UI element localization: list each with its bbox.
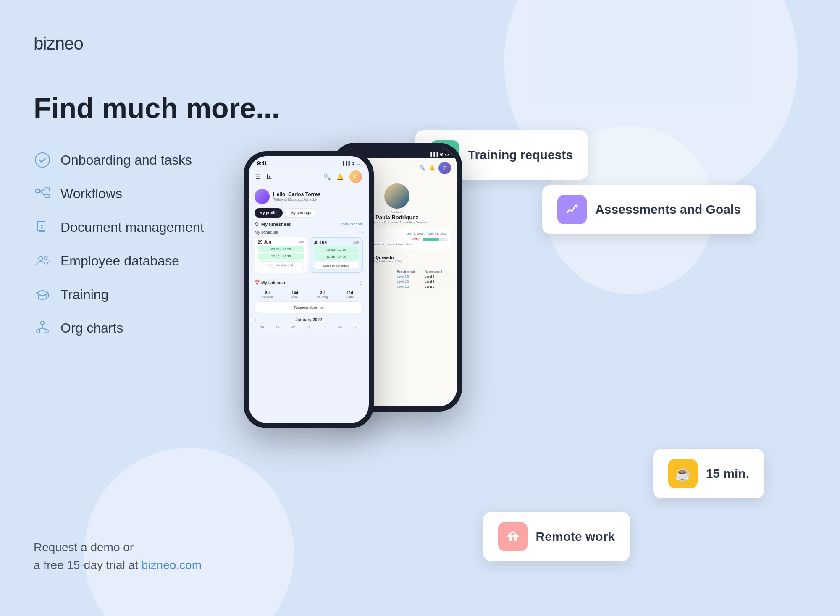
tree-icon — [34, 319, 51, 337]
hamburger-icon[interactable]: ☰ — [255, 173, 261, 180]
document-icon — [34, 218, 51, 236]
log-schedule-btn-2[interactable]: Log this schedule — [314, 262, 359, 270]
profile-buttons: My profile My settings — [255, 208, 363, 218]
timesheet-header: ⏱ My timesheet View records — [255, 222, 363, 227]
my-profile-button[interactable]: My profile — [255, 208, 283, 218]
svg-point-0 — [35, 153, 50, 167]
feature-list: Onboarding and tasks Workflows Document … — [34, 151, 204, 353]
divider — [255, 277, 363, 277]
greeting-avatar — [255, 189, 270, 204]
calendar-month: January 2022 — [295, 317, 322, 322]
signal-icon: ▐▐▐ — [429, 152, 438, 157]
svg-rect-1 — [36, 189, 40, 193]
back-nav-icons: 🔍 🔔 P — [419, 162, 451, 174]
bizneo-link[interactable]: bizneo.com — [142, 558, 202, 571]
greeting-date: Today is Monday, June 29 — [273, 197, 320, 202]
home-icon — [498, 522, 528, 551]
log-schedule-btn-1[interactable]: Log this schedule — [258, 261, 304, 269]
svg-point-14 — [41, 321, 44, 325]
nav-avatar: P — [438, 162, 451, 174]
calendar-options-icon[interactable]: ⋮ — [359, 280, 363, 285]
schedule-grid: 29 Jun Jun 08:00 - 12:30 12:45 - 14:30 L… — [255, 237, 363, 273]
list-item-training: Training — [34, 286, 204, 303]
svg-rect-2 — [45, 188, 49, 191]
svg-point-11 — [39, 256, 43, 260]
mini-calendar-nav: ‹ January 2022 › — [255, 317, 363, 322]
list-item-onboarding: Onboarding and tasks — [34, 151, 204, 169]
calendar-section: 📅 My calendar ⋮ 8d Available 14d — [255, 280, 363, 329]
list-item-workflows: Workflows — [34, 185, 204, 202]
wifi-icon: ⊙ — [352, 161, 355, 165]
phones-mockup: :41 ▐▐▐ ⊙ ▭ b. 🔍 🔔 P — [235, 134, 563, 512]
battery-icon: ▭ — [445, 152, 449, 157]
main-status-time: 9:41 — [257, 160, 267, 166]
absence-stats: 8d Available 14d Used 3d Pending 11d — [255, 288, 363, 298]
coffee-icon: ☕ — [668, 459, 698, 488]
svg-rect-3 — [45, 194, 49, 198]
user-avatar[interactable]: C — [349, 170, 362, 183]
stat-used: 14d Used — [282, 288, 308, 298]
phone-navbar: ☰ b. 🔍 🔔 C — [249, 168, 369, 186]
list-item-documents: Document management — [34, 218, 204, 236]
svg-point-16 — [45, 330, 48, 333]
prev-schedule-icon[interactable]: ‹ — [357, 230, 359, 235]
svg-line-4 — [40, 189, 45, 191]
people-icon — [34, 252, 51, 270]
check-circle-icon — [34, 151, 51, 169]
calendar-icon: 📅 — [255, 280, 260, 285]
view-records-link[interactable]: View records — [341, 222, 363, 226]
svg-line-18 — [38, 328, 42, 330]
schedule-day-1: 29 Jun Jun 08:00 - 12:30 12:45 - 14:30 L… — [255, 237, 307, 273]
greeting-name: Hello, Carlos Torres — [273, 191, 320, 197]
stat-pending: 3d Pending — [310, 288, 336, 298]
stat-available: 8d Available — [255, 288, 281, 298]
page-headline: Find much more... — [34, 92, 280, 124]
search-icon: 🔍 — [419, 165, 425, 171]
graduation-icon — [34, 286, 51, 303]
brand-logo: bizneo — [34, 34, 83, 54]
bell-icon: 🔔 — [429, 165, 435, 171]
request-absence-button[interactable]: Request absence — [255, 301, 363, 313]
workflow-icon — [34, 185, 51, 202]
battery-icon: ▭ — [357, 161, 360, 165]
footer-cta: Request a demo or a free 15-day trial at… — [34, 539, 202, 574]
svg-line-19 — [42, 328, 47, 330]
greeting-section: Hello, Carlos Torres Today is Monday, Ju… — [255, 189, 363, 204]
schedule-day-2: 30 Tue Jun 08:00 - 12:30 12:45 - 14:30 L… — [310, 237, 363, 273]
svg-point-12 — [44, 256, 47, 260]
prev-month-icon[interactable]: ‹ — [255, 317, 256, 322]
clock-icon: ⏱ — [255, 222, 259, 227]
signal-icon: ▐▐▐ — [342, 161, 350, 165]
next-month-icon[interactable]: › — [362, 317, 363, 322]
employee-avatar — [384, 183, 410, 209]
list-item-employees: Employee database — [34, 252, 204, 270]
assessments-goals-card: Assessments and Goals — [542, 185, 756, 234]
home-logo-icon: b. — [267, 173, 272, 180]
next-schedule-icon[interactable]: › — [362, 230, 363, 235]
calendar-day-headers: Mo Tu We Th Fr Sa Su — [255, 325, 363, 329]
bell-icon[interactable]: 🔔 — [336, 173, 344, 180]
schedule-nav[interactable]: ‹ › — [357, 230, 363, 235]
wifi-icon: ⊙ — [440, 152, 443, 157]
phone-main: 9:41 ▐▐▐ ⊙ ▭ ☰ b. 🔍 🔔 C — [244, 151, 374, 428]
break-time-card: ☕ 15 min. — [653, 449, 764, 498]
my-settings-button[interactable]: My settings — [285, 208, 317, 218]
svg-point-15 — [37, 330, 40, 333]
stat-totals: 11d Totals — [337, 288, 363, 298]
search-icon[interactable]: 🔍 — [323, 173, 331, 180]
svg-line-5 — [40, 191, 45, 196]
schedule-header: My schedule ‹ › — [255, 230, 363, 235]
list-item-orgcharts: Org charts — [34, 319, 204, 337]
remote-work-card: Remote work — [483, 512, 630, 561]
